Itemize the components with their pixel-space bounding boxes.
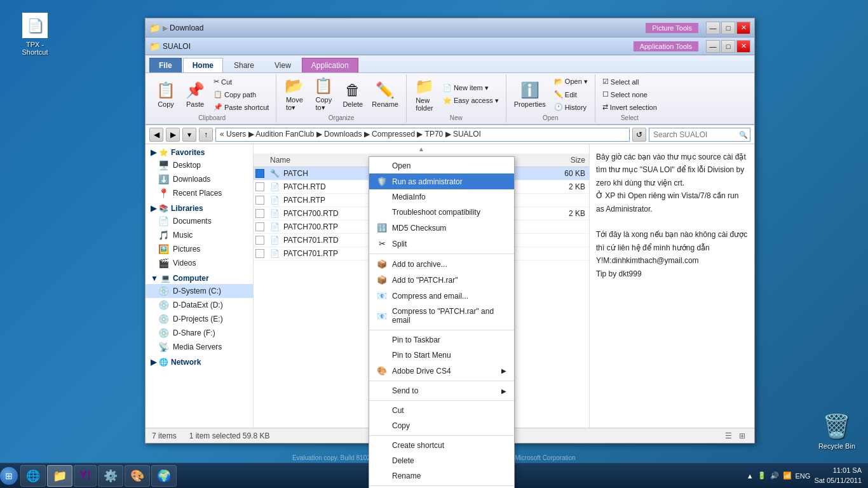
taskbar-item-chrome[interactable]: 🌐 (20, 465, 46, 487)
ctx-delete[interactable]: Delete (369, 453, 514, 468)
ctx-send-to[interactable]: Send to ▶ (369, 383, 514, 398)
close-btn[interactable]: ✕ (736, 22, 750, 34)
sidebar-item-d[interactable]: 💿 D-DataExt (D:) (146, 298, 253, 312)
invert-selection-button[interactable]: ⇄ Invert selection (599, 101, 660, 113)
ctx-add-archive[interactable]: 📦 Add to archive... (369, 256, 514, 272)
minimize-btn[interactable]: — (706, 22, 720, 34)
up-button[interactable]: ↑ (199, 128, 213, 142)
ctx-adobe-drive[interactable]: 🎨 Adobe Drive CS4 ▶ (369, 363, 514, 379)
sidebar-header-favorites[interactable]: ▶ ⭐ Favorites (146, 147, 253, 158)
sidebar-header-network[interactable]: ▶ 🌐 Network (146, 356, 253, 368)
taskbar-item-explorer[interactable]: 📁 (47, 465, 72, 487)
file-checkbox[interactable] (255, 209, 264, 218)
paste-button[interactable]: 📌 Paste (181, 76, 209, 113)
sidebar-item-pictures[interactable]: 🖼️ Pictures (146, 242, 253, 256)
ctx-split[interactable]: ✂ Split (369, 236, 514, 252)
select-all-button[interactable]: ☑ Select all (599, 76, 660, 88)
open-button[interactable]: 📂 Open ▾ (551, 76, 591, 88)
tray-lang[interactable]: ENG (796, 472, 811, 480)
ctx-md5[interactable]: 🔢 MD5 Checksum (369, 220, 514, 236)
sidebar-item-videos[interactable]: 🎬 Videos (146, 256, 253, 270)
desktop-icon-tpx[interactable]: 📄 TPX - Shortcut (13, 13, 57, 56)
taskbar-item-network[interactable]: 🌍 (151, 465, 177, 487)
taskbar-item-paint[interactable]: 🎨 (125, 465, 150, 487)
app-tools-tab[interactable]: Application Tools (634, 41, 698, 51)
copy-button[interactable]: 📋 Copy (152, 76, 180, 113)
ctx-pin-taskbar[interactable]: Pin to Taskbar (369, 332, 514, 348)
tab-view[interactable]: View (265, 58, 301, 72)
refresh-button[interactable]: ↺ (632, 128, 646, 142)
sidebar-item-documents[interactable]: 📄 Documents (146, 214, 253, 228)
start-button[interactable]: ⊞ (0, 467, 18, 485)
cut-button[interactable]: ✂ Cut (210, 76, 272, 88)
new-item-button[interactable]: 📄 New item ▾ (440, 82, 502, 94)
sidebar-item-recent[interactable]: 📍 Recent Places (146, 186, 253, 200)
tray-arrow[interactable]: ▲ (747, 472, 754, 480)
history-button[interactable]: 🕐 History (551, 101, 591, 113)
inner-close-btn[interactable]: ✕ (736, 40, 750, 53)
taskbar-item-settings[interactable]: ⚙️ (98, 465, 123, 487)
tab-application[interactable]: Application (302, 58, 358, 72)
tab-file[interactable]: File (149, 58, 182, 72)
maximize-btn[interactable]: □ (721, 22, 735, 34)
sidebar-header-computer[interactable]: ▼ 💻 Computer (146, 273, 253, 284)
delete-button[interactable]: 🗑 Delete (339, 76, 367, 113)
col-size[interactable]: Size (538, 154, 589, 166)
sidebar-item-desktop[interactable]: 🖥️ Desktop (146, 158, 253, 172)
sidebar-item-c[interactable]: 💿 D-System (C:) (146, 284, 253, 298)
move-to-button[interactable]: 📂 Moveto▾ (280, 76, 308, 113)
ctx-troubleshoot[interactable]: Troubleshoot compatibility (369, 205, 514, 220)
file-checkbox[interactable] (255, 182, 264, 191)
ctx-copy[interactable]: Copy (369, 418, 514, 433)
ctx-run-admin[interactable]: 🛡️ Run as administrator (369, 173, 514, 189)
ctx-rename[interactable]: Rename (369, 468, 514, 484)
back-button[interactable]: ◀ (149, 128, 163, 142)
file-checkbox[interactable] (255, 249, 264, 258)
forward-button[interactable]: ▶ (166, 128, 180, 142)
clock[interactable]: 11:01 SA Sat 05/11/2011 (814, 466, 862, 485)
recent-button[interactable]: ▾ (182, 128, 196, 142)
sidebar-item-e[interactable]: 💿 D-Projects (E:) (146, 312, 253, 326)
ctx-add-patch-rar[interactable]: 📦 Add to "PATCH.rar" (369, 272, 514, 288)
ctx-pin-start[interactable]: Pin to Start Menu (369, 348, 514, 363)
col-name[interactable]: Name (266, 154, 384, 166)
file-checkbox[interactable] (255, 222, 264, 231)
sidebar-item-music[interactable]: 🎵 Music (146, 228, 253, 242)
search-input[interactable] (649, 128, 750, 142)
copy-to-button[interactable]: 📋 Copyto▾ (309, 76, 337, 113)
copy-path-button[interactable]: 📋 Copy path (210, 88, 272, 100)
rename-button[interactable]: ✏️ Rename (368, 76, 402, 113)
ctx-compress-email[interactable]: 📧 Compress and email... (369, 288, 514, 304)
view-large-btn[interactable]: ⊞ (736, 430, 748, 442)
tab-home[interactable]: Home (183, 58, 223, 72)
sidebar-item-downloads[interactable]: ⬇️ Downloads (146, 172, 253, 186)
recycle-bin[interactable]: 🗑️ Recycle Bin (818, 413, 855, 450)
inner-minimize-btn[interactable]: — (706, 40, 720, 53)
scroll-up[interactable]: ▲ (254, 144, 589, 154)
edit-button[interactable]: ✏️ Edit (551, 88, 591, 100)
tab-share[interactable]: Share (224, 58, 264, 72)
file-checkbox[interactable] (255, 196, 264, 205)
sidebar-header-libraries[interactable]: ▶ 📚 Libraries (146, 203, 253, 214)
easy-access-button[interactable]: ⭐ Easy access ▾ (440, 95, 502, 107)
file-checkbox[interactable] (255, 236, 264, 245)
ctx-create-shortcut[interactable]: Create shortcut (369, 438, 514, 453)
new-folder-button[interactable]: 📁 Newfolder (410, 76, 438, 113)
inner-maximize-btn[interactable]: □ (721, 40, 735, 53)
properties-button[interactable]: ℹ️ Properties (510, 76, 550, 113)
ctx-open[interactable]: Open (369, 158, 514, 173)
file-checkbox[interactable] (255, 169, 264, 178)
paste-shortcut-button[interactable]: 📌 Paste shortcut (210, 101, 272, 113)
ctx-media-info[interactable]: MediaInfo (369, 189, 514, 205)
sidebar-item-media-servers[interactable]: 📡 Media Servers (146, 340, 253, 354)
ctx-compress-patch-email[interactable]: 📧 Compress to "PATCH.rar" and email (369, 304, 514, 328)
address-path[interactable]: « Users ▶ Audition FanClub ▶ Downloads ▶… (215, 128, 630, 142)
taskbar-item-yahoo[interactable]: Y! (74, 465, 97, 487)
picture-tools-tab[interactable]: Picture Tools (646, 23, 698, 33)
tray-network[interactable]: 📶 (783, 471, 792, 480)
sidebar-item-f[interactable]: 💿 D-Share (F:) (146, 326, 253, 340)
ctx-cut[interactable]: Cut (369, 403, 514, 418)
view-details-btn[interactable]: ☰ (722, 430, 734, 442)
tray-sound[interactable]: 🔊 (770, 471, 779, 480)
select-none-button[interactable]: ☐ Select none (599, 88, 660, 100)
